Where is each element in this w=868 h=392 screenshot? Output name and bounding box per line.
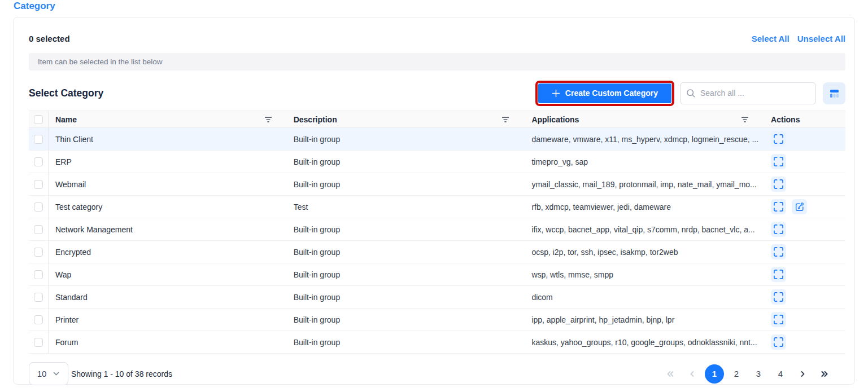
section-title: Select Category [29,87,538,99]
page-size-value: 10 [37,369,47,378]
next-page-button[interactable] [793,364,812,384]
category-name: Wap [49,270,287,279]
category-description: Built-in group [287,225,525,234]
category-name: Webmail [49,180,287,189]
table-row[interactable]: Printer Built-in group ipp, apple_airpri… [29,309,845,331]
expand-button[interactable] [771,154,786,169]
filter-icon[interactable] [741,116,749,123]
category-applications: dameware, vmware, x11, ms_hyperv, xdmcp,… [524,135,764,144]
table-row[interactable]: Wap Built-in group wsp, wtls, mmse, smpp [29,263,845,286]
column-settings-button[interactable] [823,82,845,104]
category-applications: ipp, apple_airprint, hp_jetadmin, bjnp, … [524,315,764,324]
page-button-3[interactable]: 3 [749,364,768,384]
category-applications: dicom [524,293,764,302]
category-applications: timepro_vg, sap [524,157,764,166]
selection-hint: Item can be selected in the list below [29,53,845,71]
row-checkbox[interactable] [34,157,43,166]
page-button-1[interactable]: 1 [705,364,724,384]
category-applications: wsp, wtls, mmse, smpp [524,270,764,279]
create-custom-category-button[interactable]: Create Custom Category [538,83,671,103]
category-description: Built-in group [287,248,525,257]
page-title: Category [14,1,55,12]
create-button-label: Create Custom Category [565,89,658,98]
table-row[interactable]: Thin Client Built-in group dameware, vmw… [29,128,845,151]
category-description: Built-in group [287,338,525,347]
filter-icon[interactable] [501,116,509,123]
table-row[interactable]: Network Management Built-in group ifix, … [29,218,845,241]
column-header-applications: Applications [531,115,579,124]
category-applications: ifix, wccp, bacnet_app, vital_qip, s7com… [524,225,764,234]
category-name: Test category [49,202,287,212]
category-card: 0 selected Select All Unselect All Item … [13,17,855,385]
chevron-left-icon [688,370,696,378]
row-checkbox[interactable] [34,135,43,144]
select-all-checkbox[interactable] [34,115,43,124]
category-description: Built-in group [287,293,525,302]
first-page-button[interactable] [661,364,680,384]
last-page-button[interactable] [815,364,834,384]
select-all-link[interactable]: Select All [752,34,790,43]
category-name: Forum [49,338,287,347]
chevron-down-icon [53,370,60,377]
pagination: 1 2 3 4 [661,364,834,384]
unselect-all-link[interactable]: Unselect All [797,34,845,43]
row-checkbox[interactable] [34,180,43,189]
category-name: Thin Client [49,135,287,144]
page-size-select[interactable]: 10 [29,362,68,385]
category-applications: ymail_classic, mail_189, protonmail, imp… [524,180,764,189]
category-description: Built-in group [287,157,525,166]
table-row[interactable]: Encrypted Built-in group ocsp, i2p, tor,… [29,241,845,263]
table-row[interactable]: Forum Built-in group kaskus, yahoo_group… [29,331,845,354]
category-table: Name Description Applications Actions Th… [29,111,845,354]
search-icon [686,89,696,98]
edit-button[interactable] [792,199,807,214]
row-checkbox[interactable] [34,270,43,279]
row-checkbox[interactable] [34,315,43,324]
expand-button[interactable] [771,222,786,237]
row-checkbox[interactable] [34,293,43,302]
category-name: Network Management [49,225,287,234]
columns-icon [828,87,840,99]
row-checkbox[interactable] [34,248,43,257]
table-row[interactable]: Standard Built-in group dicom [29,286,845,309]
table-row[interactable]: Test category Test rfb, xdmcp, teamviewe… [29,196,845,218]
highlight-annotation: Create Custom Category [538,83,671,103]
expand-button[interactable] [771,244,786,259]
double-chevron-left-icon [666,370,675,378]
page-button-4[interactable]: 4 [771,364,790,384]
row-checkbox[interactable] [34,202,43,212]
category-applications: ocsp, i2p, tor, ssh, ipsec, isakmp, tor2… [524,248,764,257]
table-row[interactable]: Webmail Built-in group ymail_classic, ma… [29,173,845,196]
table-row[interactable]: ERP Built-in group timepro_vg, sap [29,151,845,173]
search-box [680,82,816,104]
filter-icon[interactable] [264,116,272,123]
column-header-description: Description [294,115,337,124]
plus-icon [552,89,560,98]
chevron-right-icon [799,370,806,378]
category-applications: kaskus, yahoo_groups, r10, google_groups… [524,338,764,347]
category-name: Printer [49,315,287,324]
category-description: Built-in group [287,315,525,324]
table-body: Thin Client Built-in group dameware, vmw… [29,128,845,354]
page-button-2[interactable]: 2 [727,364,746,384]
expand-button[interactable] [771,267,786,282]
previous-page-button[interactable] [683,364,702,384]
expand-button[interactable] [771,312,786,327]
column-header-name: Name [55,115,77,124]
table-header-row: Name Description Applications Actions [29,111,845,128]
expand-button[interactable] [771,199,786,214]
expand-button[interactable] [771,334,786,350]
double-chevron-right-icon [820,370,829,378]
column-header-actions: Actions [764,115,845,124]
row-checkbox[interactable] [34,338,43,347]
records-summary: Showing 1 - 10 of 38 records [71,369,172,378]
search-input[interactable] [700,89,810,98]
category-description: Built-in group [287,135,525,144]
expand-button[interactable] [771,289,786,305]
expand-button[interactable] [771,131,786,147]
category-description: Test [287,202,525,212]
expand-button[interactable] [771,177,786,192]
row-checkbox[interactable] [34,225,43,234]
category-name: ERP [49,157,287,166]
category-applications: rfb, xdmcp, teamviewer, jedi, dameware [524,202,764,212]
